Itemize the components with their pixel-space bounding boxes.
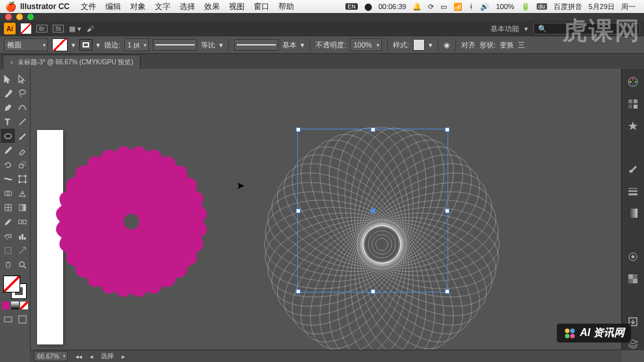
gradient-tool[interactable] xyxy=(15,200,29,214)
stroke-profile-dropdown[interactable] xyxy=(153,39,197,51)
curvature-tool[interactable] xyxy=(15,100,29,114)
flower-shape[interactable] xyxy=(50,140,213,303)
menu-help[interactable]: 帮助 xyxy=(278,1,294,12)
minimize-window-button[interactable] xyxy=(16,14,23,20)
color-panel-icon[interactable] xyxy=(626,75,640,88)
ime-text[interactable]: 百度拼音 xyxy=(554,2,582,12)
lang-icon[interactable]: EN xyxy=(345,3,358,10)
menu-view[interactable]: 视图 xyxy=(229,1,245,12)
shape-builder-tool[interactable] xyxy=(1,186,15,200)
app-du-icon[interactable]: du xyxy=(537,3,547,10)
selection-handle[interactable] xyxy=(296,289,301,294)
wifi-icon[interactable]: 📶 xyxy=(453,3,463,11)
line-tool[interactable] xyxy=(15,114,29,129)
recolor-icon[interactable]: ◉ xyxy=(444,41,450,49)
color-mode-solid[interactable] xyxy=(2,302,10,309)
close-tab-icon[interactable]: × xyxy=(10,59,14,66)
opacity-field[interactable]: 100% xyxy=(350,38,381,51)
date-text[interactable]: 5月29日 xyxy=(589,2,615,12)
stroke-panel-icon[interactable] xyxy=(626,185,640,198)
artboard-nav-next-icon[interactable]: ▸ xyxy=(122,353,125,360)
gradient-panel-icon[interactable] xyxy=(626,207,640,220)
artboard-tool[interactable] xyxy=(1,243,15,257)
screen-mode-button[interactable] xyxy=(15,312,29,326)
symbol-sprayer-tool[interactable] xyxy=(1,229,15,243)
selection-bounding-box[interactable] xyxy=(297,129,448,292)
menu-select[interactable]: 选择 xyxy=(180,1,195,12)
transparency-panel-icon[interactable] xyxy=(626,272,640,285)
color-mode-gradient[interactable] xyxy=(11,302,19,309)
swatches-panel-icon[interactable] xyxy=(626,97,640,110)
align-label[interactable]: 对齐 xyxy=(461,40,476,50)
ellipse-tool[interactable] xyxy=(1,129,15,143)
shape-label[interactable]: 形状: xyxy=(479,40,496,50)
menu-window[interactable]: 窗口 xyxy=(254,1,269,12)
lasso-tool[interactable] xyxy=(15,86,29,100)
selection-handle[interactable] xyxy=(371,289,375,294)
paintbrush-tool[interactable] xyxy=(15,129,29,143)
search-input[interactable]: 🔍 xyxy=(533,23,640,34)
fill-stroke-indicator[interactable] xyxy=(3,276,27,299)
stroke-swatch[interactable] xyxy=(79,39,92,51)
brush-definition-dropdown[interactable] xyxy=(234,39,278,51)
tool-name-display[interactable]: 椭圆 xyxy=(4,38,48,51)
battery-icon[interactable]: 🔋 xyxy=(521,3,530,11)
eraser-tool[interactable] xyxy=(15,143,29,157)
zoom-window-button[interactable] xyxy=(27,14,34,20)
menu-file[interactable]: 文件 xyxy=(81,1,96,12)
selection-handle[interactable] xyxy=(445,209,449,213)
selection-handle[interactable] xyxy=(445,289,449,294)
zoom-level-dropdown[interactable]: 66.67% xyxy=(34,351,68,361)
canvas[interactable]: ➤ xyxy=(31,69,621,350)
stock-icon[interactable]: St xyxy=(53,25,64,32)
appearance-panel-icon[interactable] xyxy=(626,250,640,263)
pencil-tool[interactable] xyxy=(1,143,15,157)
selection-tool[interactable] xyxy=(1,71,15,86)
eyedropper-tool[interactable] xyxy=(1,214,15,229)
document-tab[interactable]: × 未标题-3* @ 66.67% (CMYK/GPU 预览) xyxy=(3,55,141,70)
selection-handle[interactable] xyxy=(371,127,375,132)
notification-icon[interactable]: 🔔 xyxy=(412,3,422,11)
color-mode-none[interactable] xyxy=(20,302,28,309)
menu-edit[interactable]: 编辑 xyxy=(105,1,121,12)
hand-tool[interactable] xyxy=(1,257,15,272)
apple-icon[interactable]: 🍎 xyxy=(5,1,16,12)
app-name[interactable]: Illustrator CC xyxy=(20,2,70,11)
selection-handle[interactable] xyxy=(445,127,449,132)
fill-color-box[interactable] xyxy=(3,276,20,292)
display-icon[interactable]: ▭ xyxy=(440,3,447,11)
free-transform-tool[interactable] xyxy=(15,172,29,186)
day-text[interactable]: 周一 xyxy=(621,2,636,12)
bluetooth-icon[interactable]: ᚼ xyxy=(469,3,474,10)
menu-type[interactable]: 文字 xyxy=(155,1,170,12)
selection-handle[interactable] xyxy=(296,127,301,132)
type-tool[interactable]: T xyxy=(1,114,15,129)
magic-wand-tool[interactable] xyxy=(1,86,15,100)
extra-menu[interactable]: 三 xyxy=(518,40,525,50)
menu-effect[interactable]: 效果 xyxy=(204,1,220,12)
close-window-button[interactable] xyxy=(5,14,12,20)
sync-icon[interactable]: ⟳ xyxy=(428,3,434,11)
slice-tool[interactable] xyxy=(15,243,29,257)
artboard-nav-icon[interactable]: ◂ xyxy=(90,353,93,360)
transform-label[interactable]: 变换 xyxy=(500,40,514,50)
no-fill-swatch-icon[interactable] xyxy=(21,23,31,34)
volume-icon[interactable]: 🔊 xyxy=(480,3,489,11)
symbols-panel-icon[interactable] xyxy=(626,120,640,133)
menu-object[interactable]: 对象 xyxy=(130,1,146,12)
scale-tool[interactable] xyxy=(15,157,29,172)
fill-swatch[interactable] xyxy=(52,38,68,51)
selection-handle[interactable] xyxy=(296,209,301,213)
width-tool[interactable] xyxy=(1,172,15,186)
direct-selection-tool[interactable] xyxy=(15,71,29,86)
rotate-tool[interactable] xyxy=(1,157,15,172)
gpu-icon[interactable]: 🖌 xyxy=(87,25,94,32)
perspective-tool[interactable] xyxy=(15,186,29,200)
zoom-tool[interactable] xyxy=(15,257,29,272)
mesh-tool[interactable] xyxy=(1,200,15,214)
blend-tool[interactable] xyxy=(15,214,29,229)
pen-tool[interactable] xyxy=(1,100,15,114)
brushes-panel-icon[interactable] xyxy=(626,162,640,175)
graph-tool[interactable] xyxy=(15,229,29,243)
graphic-style-swatch[interactable] xyxy=(413,39,425,51)
